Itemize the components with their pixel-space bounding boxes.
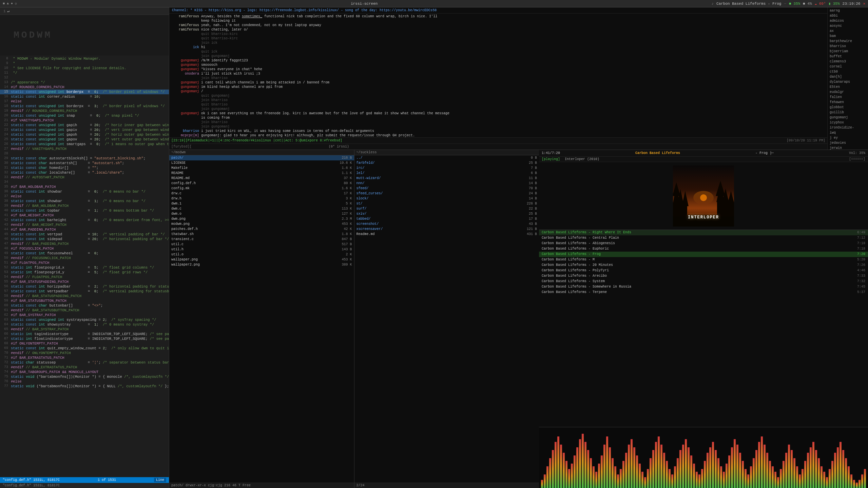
playlist-track[interactable]: Carbon Based Lifeforms - System 7:32 (539, 279, 868, 284)
fm-file[interactable]: lel/ 6 B (354, 171, 539, 176)
vis-bar (840, 442, 842, 488)
vis-bar (804, 461, 806, 488)
fm-file[interactable]: xscreensaver/ 121 B (354, 227, 539, 232)
fm-file[interactable]: irc/ 7 B (354, 165, 539, 171)
fm-left-path: ~/modwm (171, 151, 186, 154)
player-status-bar: [playing] Interloper (2010) [======] (539, 157, 868, 162)
vis-bar (726, 464, 728, 488)
fm-file[interactable]: patch/ 216 B (169, 155, 354, 160)
fm-file[interactable]: sfeed/ 70 B (354, 186, 539, 191)
fm-right-filelist[interactable]: ../ 0 B farbfeld/ 25 B irc/ 7 B (354, 155, 539, 483)
vis-bar (753, 458, 755, 488)
cursor-pos: "config.def.h" 1531L, 81817C (3, 484, 60, 487)
playlist-track[interactable]: Carbon Based Lifeforms - Arecibo 7:33 (539, 273, 868, 279)
vis-bar (669, 469, 671, 488)
fm-file[interactable]: modwm.png 453 K (169, 221, 354, 227)
vis-bar (576, 447, 578, 488)
fm-file[interactable]: Makefile 1.6 K (169, 165, 354, 171)
fm-file[interactable]: util.c 517 B (169, 242, 354, 247)
vis-bar (745, 469, 747, 488)
fm-file[interactable]: README 1.1 K (169, 171, 354, 176)
fm-file[interactable]: LICENSE 19.6 K (169, 160, 354, 165)
vis-bar (595, 472, 597, 488)
irc-messages[interactable]: ramiferous Anyway, besides the sometimes… (169, 14, 827, 137)
fm-right-status-text: 2/24 (356, 484, 365, 487)
vis-bar (614, 466, 616, 488)
fm-file[interactable]: README.md 37 K (169, 176, 354, 181)
vis-bar (747, 474, 749, 488)
fm-file[interactable]: nnn/ 14 B (354, 181, 539, 186)
fm-file[interactable]: dwm.png 2.3 M (169, 216, 354, 221)
code-line: 14 #if ROUNDED_CORNERS_PATCH (0, 85, 169, 90)
code-line: 53 static int floatposgrid_y = 5; /* flo… (0, 270, 169, 275)
vis-bar (685, 439, 687, 488)
close-icon[interactable]: ✕ (863, 1, 865, 6)
fm-file[interactable]: dwm.c 113 K (169, 206, 354, 211)
vis-bar (796, 466, 798, 488)
fm-file[interactable]: drw.h 3 K (169, 196, 354, 201)
code-area[interactable]: 8 * MODWM - Modular Dynamic Window Manag… (0, 56, 169, 477)
window-controls[interactable]: ■ ▲ ● (3, 2, 13, 5)
fm-file[interactable]: thatwbar.sh 1.8 K (169, 232, 354, 237)
playlist-track[interactable]: Carbon Based Lifeforms - 20 Minutes 7:26 (539, 262, 868, 268)
fm-file[interactable]: tabbed/ 17 B (354, 216, 539, 221)
irc-user: jedavies (828, 140, 868, 145)
fm-file[interactable]: farbfeld/ 25 B (354, 160, 539, 165)
fm-file[interactable]: config.mk 1.6 K (169, 186, 354, 191)
irc-event: quit gungomanj (171, 94, 826, 98)
playlist-track-frog[interactable]: Carbon Based Lifeforms - Frog 7:20 (539, 252, 868, 257)
fm-file[interactable]: Readme.md 431 B (354, 232, 539, 237)
fm-file[interactable]: config.def.h 80 K (169, 181, 354, 186)
fm-file[interactable]: sxiv/ 25 B (354, 211, 539, 216)
fm-file[interactable]: util.o 2 K (169, 252, 354, 257)
fm-file[interactable]: dwm.o 127 K (169, 211, 354, 216)
fm-file[interactable]: surf/ 22 B (354, 206, 539, 211)
fm-file[interactable]: util.h 143 B (169, 247, 354, 252)
vis-bar (739, 453, 741, 488)
playlist-track[interactable]: Carbon Based Lifeforms - Central Plain 7… (539, 235, 868, 241)
vis-bar (658, 436, 660, 488)
fm-left-filelist[interactable]: patch/ 216 B LICENSE 19.6 K Makefile 1.6… (169, 155, 354, 483)
playlist-track[interactable]: Carbon Based Lifeforms - Abiogenesis 7:1… (539, 241, 868, 246)
vis-bar (850, 474, 852, 488)
editor-tab[interactable]: 1 ↵ (0, 7, 169, 15)
irc-message: ick hi (171, 45, 826, 50)
playlist-track[interactable]: Carbon Based Lifeforms - Terpene 5:37 (539, 290, 868, 295)
code-line: 65 #endif // BAR_SYSTRAY_PATCH (0, 327, 169, 332)
fm-file[interactable]: slock/ 14 B (354, 196, 539, 201)
fm-right-header: ~/suckless (354, 150, 539, 155)
fm-file[interactable]: screenshot/ 43 B (354, 221, 539, 227)
irc-input-bar[interactable]: [furybsd][ (0* irssi) (169, 143, 827, 150)
code-line: 47 #endif // BAR_PADDING_PATCH (0, 241, 169, 246)
vis-bar (647, 469, 649, 488)
editor-position: 1 of 1531 (98, 478, 116, 482)
irc-main: Channel: * KISS - https://k1ss.org - log… (169, 7, 827, 150)
playlist-track-current[interactable]: Carbon Based Lifeforms - Right Where It … (539, 230, 868, 235)
playlist[interactable]: Carbon Based Lifeforms - Right Where It … (539, 230, 868, 427)
fm-panels: ~/modwm patch/ 216 B LICENSE 19.6 K (169, 150, 539, 488)
vis-bar (712, 442, 714, 488)
vis-bar (620, 469, 622, 488)
album-name: INTERLOPER (673, 215, 734, 220)
top-bar: ■ ▲ ● ⚙ irssi-screen ♪ Carbon Based Life… (0, 0, 868, 7)
fm-file[interactable]: transient.c 847 B (169, 237, 354, 242)
playlist-track[interactable]: Carbon Based Lifeforms - Somewhere in Ru… (539, 284, 868, 290)
fm-file[interactable]: dwm.1 5 K (169, 201, 354, 206)
fm-file[interactable]: sfeed_curses/ 24 B (354, 191, 539, 196)
irc-user: jerwin (828, 145, 868, 150)
fm-file[interactable]: drw.c 17 K (169, 191, 354, 196)
fm-file[interactable]: ../ 0 B (354, 155, 539, 160)
playlist-track[interactable]: Carbon Based Lifeforms - Euphoric 7:18 (539, 246, 868, 252)
fm-file[interactable]: wallpaper.png 453 K (169, 257, 354, 262)
code-line: 68 #if ONLYONTEMPTY_PATCH (0, 341, 169, 346)
playlist-track[interactable]: Carbon Based Lifeforms - PolyTyri 4:46 (539, 268, 868, 273)
playlist-track[interactable]: Carbon Based Lifeforms - M 5:20 (539, 257, 868, 262)
fm-file[interactable]: mutt-wizard/ 11 B (354, 176, 539, 181)
fm-file[interactable]: patches.def.h 42 K (169, 227, 354, 232)
fm-file[interactable]: st/ 226 B (354, 201, 539, 206)
cpu-pct: ■ 4% (803, 2, 812, 6)
vis-bar (574, 455, 576, 488)
top-bar-left: ■ ▲ ● ⚙ (3, 2, 17, 6)
fm-file[interactable]: wallpaper2.png 389 K (169, 262, 354, 267)
vis-bar (584, 442, 586, 488)
